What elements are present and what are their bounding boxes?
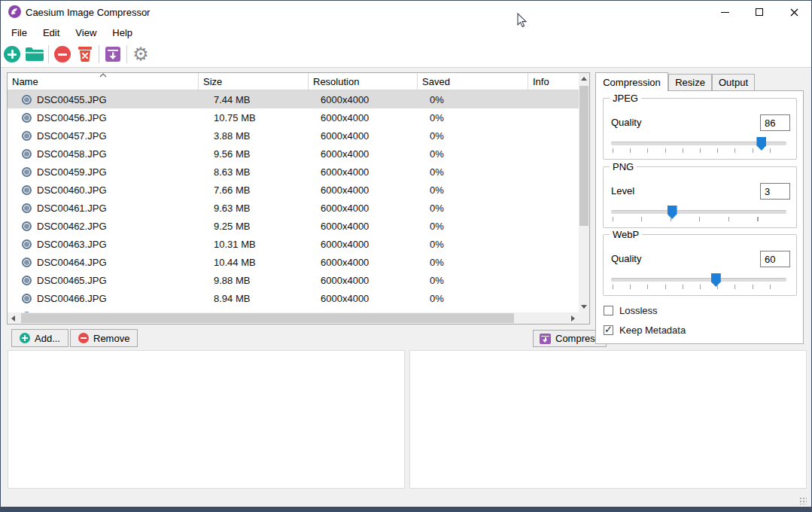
table-row-partial[interactable] [8, 307, 579, 312]
table-row[interactable]: DSC00464.JPG 10.44 MB 6000x4000 0% [8, 253, 579, 271]
scrollbar-corner [579, 312, 589, 324]
file-status-icon [22, 95, 32, 105]
file-status-icon [22, 276, 32, 285]
compress-download-icon [104, 45, 122, 63]
table-row[interactable]: DSC00455.JPG 7.44 MB 6000x4000 0% [8, 90, 579, 108]
file-status-icon [22, 149, 32, 159]
webp-quality-slider[interactable] [611, 278, 786, 282]
clear-list-button[interactable] [74, 43, 96, 66]
file-status-icon [22, 131, 32, 141]
jpeg-quality-slider[interactable] [611, 142, 786, 145]
tab-output[interactable]: Output [712, 74, 755, 91]
webp-quality-label: Quality [611, 253, 641, 264]
remove-file-icon [54, 46, 71, 62]
file-status-icon [22, 258, 32, 267]
png-group: PNG Level 3 [603, 166, 797, 228]
minimize-icon [721, 12, 729, 13]
scroll-left-icon[interactable] [8, 312, 19, 324]
add-button[interactable]: Add... [11, 329, 68, 347]
table-body: DSC00455.JPG 7.44 MB 6000x4000 0% DSC004… [8, 90, 579, 312]
menu-file[interactable]: File [4, 25, 35, 41]
png-group-title: PNG [610, 161, 637, 172]
table-row[interactable]: DSC00463.JPG 10.31 MB 6000x4000 0% [8, 235, 579, 253]
table-row[interactable]: DSC00459.JPG 8.63 MB 6000x4000 0% [8, 163, 579, 181]
table-row[interactable]: DSC00456.JPG 10.75 MB 6000x4000 0% [8, 108, 579, 126]
png-level-label: Level [611, 185, 634, 197]
toolbar-separator [126, 45, 127, 63]
table-row[interactable]: DSC00460.JPG 7.66 MB 6000x4000 0% [8, 181, 579, 199]
close-icon [790, 8, 798, 17]
scroll-down-icon[interactable] [579, 301, 589, 312]
keep-metadata-label: Keep Metadata [619, 325, 686, 336]
file-status-icon [22, 239, 32, 249]
titlebar[interactable]: Caesium Image Compressor [1, 1, 811, 23]
maximize-button[interactable] [742, 1, 777, 23]
bird-glyph [11, 8, 19, 16]
open-folder-icon [25, 46, 44, 62]
checkbox-checked-icon[interactable]: ✓ [604, 325, 613, 335]
file-status-icon [22, 294, 32, 303]
remove-button[interactable]: Remove [70, 329, 138, 347]
close-button[interactable] [777, 1, 811, 23]
toolbar-separator [48, 45, 49, 63]
column-header-info[interactable]: Info [528, 73, 579, 90]
window-bottom-border [1, 507, 811, 511]
column-header-saved[interactable]: Saved [418, 73, 528, 90]
horizontal-scrollbar[interactable] [8, 312, 579, 324]
sort-ascending-icon [99, 73, 107, 78]
table-row[interactable]: DSC00466.JPG 8.94 MB 6000x4000 0% [8, 289, 579, 307]
add-files-button[interactable] [1, 43, 23, 66]
settings-button[interactable]: ⚙ [129, 43, 152, 66]
table-row[interactable]: DSC00458.JPG 9.56 MB 6000x4000 0% [8, 145, 579, 163]
file-status-icon [22, 167, 32, 177]
webp-group: WebP Quality 60 [603, 234, 797, 296]
scroll-right-icon[interactable] [567, 312, 579, 324]
tab-compression[interactable]: Compression [595, 72, 668, 91]
table-row[interactable]: DSC00465.JPG 9.88 MB 6000x4000 0% [8, 271, 579, 289]
file-status-icon [22, 203, 32, 213]
png-level-slider[interactable] [611, 210, 786, 214]
remove-file-button[interactable] [51, 43, 74, 66]
scroll-up-icon[interactable] [579, 73, 589, 84]
compress-toolbar-button[interactable] [102, 43, 124, 66]
clear-list-trash-icon [76, 45, 94, 63]
lossless-checkbox[interactable]: Lossless [604, 305, 658, 316]
toolbar-separator [99, 45, 99, 63]
toolbar: ⚙ [1, 41, 811, 68]
menu-help[interactable]: Help [105, 25, 140, 41]
jpeg-slider-ticks [613, 148, 786, 153]
webp-quality-input[interactable]: 60 [760, 251, 790, 267]
webp-slider-ticks [613, 285, 786, 289]
table-row[interactable]: DSC00461.JPG 9.63 MB 6000x4000 0% [8, 199, 579, 217]
checkbox-unchecked-icon[interactable] [604, 306, 613, 315]
vertical-scrollbar[interactable] [579, 73, 589, 312]
menu-view[interactable]: View [68, 25, 104, 41]
lossless-label: Lossless [619, 305, 658, 316]
table-row[interactable]: DSC00462.JPG 9.25 MB 6000x4000 0% [8, 217, 579, 235]
open-folder-button[interactable] [23, 43, 46, 66]
jpeg-quality-label: Quality [611, 117, 641, 128]
column-header-name[interactable]: Name [8, 73, 199, 90]
jpeg-quality-input[interactable]: 86 [760, 114, 790, 131]
column-header-size[interactable]: Size [199, 73, 309, 90]
app-logo-icon [8, 5, 21, 18]
keep-metadata-checkbox[interactable]: ✓ Keep Metadata [604, 325, 686, 336]
tab-resize[interactable]: Resize [668, 74, 712, 91]
table-header: Name Size Resolution Saved Info [8, 73, 579, 90]
menu-edit[interactable]: Edit [35, 25, 67, 41]
compress-download-icon [540, 334, 551, 344]
compressed-preview-pane [409, 350, 807, 489]
minimize-button[interactable] [707, 1, 742, 23]
table-row[interactable]: DSC00457.JPG 3.88 MB 6000x4000 0% [8, 126, 579, 145]
vertical-scroll-thumb[interactable] [579, 86, 588, 226]
add-plus-icon [20, 333, 30, 343]
column-header-resolution[interactable]: Resolution [309, 73, 418, 90]
file-list-table: Name Size Resolution Saved Info DSC00455… [7, 72, 590, 325]
settings-gear-icon: ⚙ [132, 46, 149, 62]
resize-grip-icon[interactable] [799, 497, 807, 504]
png-level-input[interactable]: 3 [760, 183, 790, 200]
original-preview-pane [8, 350, 405, 489]
status-bar [1, 489, 811, 507]
png-slider-ticks [613, 217, 786, 221]
horizontal-scroll-thumb[interactable] [21, 313, 514, 323]
